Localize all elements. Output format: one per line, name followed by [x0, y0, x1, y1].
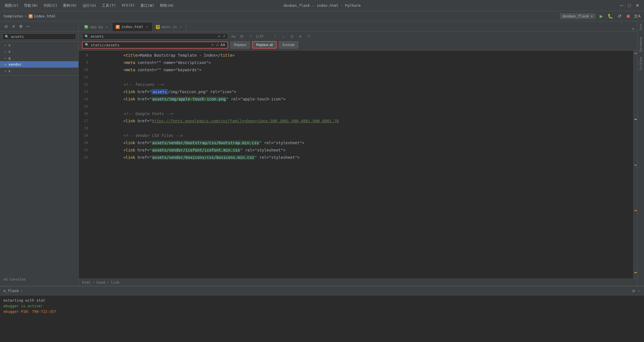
sidebar-search-input[interactable]: [11, 35, 74, 39]
sidebar-file-tree: ▸ s ▸ s ▸ g ▸ vendor ▸ s nd Consoles: [0, 42, 78, 286]
prev-match-button[interactable]: ↑: [272, 33, 278, 40]
clear-find-button[interactable]: ✕: [218, 34, 221, 38]
replace-input[interactable]: [91, 43, 209, 47]
menu-run[interactable]: 运行(U): [83, 3, 96, 8]
tab-indexhtml-close[interactable]: ✕: [145, 25, 149, 29]
replace-button[interactable]: Replace: [230, 41, 250, 49]
line-num-22: 22: [79, 154, 93, 161]
revert-find-button[interactable]: ↺: [222, 34, 226, 38]
folder-icon-3: ▸: [4, 56, 7, 60]
replace-all-button[interactable]: Replace all: [252, 41, 277, 49]
match-case-replace-button[interactable]: AA: [220, 43, 225, 47]
rerun-button[interactable]: ↺: [616, 13, 623, 20]
far-right-json[interactable]: Json: [639, 24, 643, 31]
sidebar-item-3[interactable]: ▸ g: [0, 55, 78, 61]
menu-tools[interactable]: 工具(T): [102, 3, 116, 8]
sidebar-label-2: s: [8, 49, 11, 54]
revert-replace-button[interactable]: ↺: [216, 43, 219, 47]
find-search-icon: 🔍: [85, 35, 89, 38]
breadcrumb-filename: index.html: [34, 14, 56, 18]
next-match-button[interactable]: ↓: [280, 33, 286, 40]
ruler-warn-mark-3: [634, 272, 637, 273]
line-num-17: 17: [79, 117, 93, 125]
sidebar-tool-settings[interactable]: ⚙: [18, 24, 24, 29]
window-controls[interactable]: ─ □ ✕: [619, 3, 640, 8]
terminal-content: estarting with stat ebugger is active! e…: [0, 295, 644, 342]
multiline-button[interactable]: ⊞: [297, 33, 303, 40]
sidebar-tool-close[interactable]: ─: [25, 24, 31, 29]
toggle-view-button[interactable]: ⊡: [289, 33, 295, 40]
menu-view[interactable]: 视图(V): [4, 3, 18, 8]
folder-icon-1: ▸: [4, 43, 7, 47]
folder-icon-2: ▸: [4, 49, 7, 54]
ruler-warn-mark-2: [634, 210, 637, 211]
translate-button[interactable]: 文A: [634, 13, 641, 20]
sidebar-header: ⊙ ≡ ⚙ ─: [0, 21, 78, 32]
tab-apppy[interactable]: Py app.py ✕: [81, 22, 112, 31]
py-icon: Py: [84, 25, 88, 29]
find-input-wrapper: 🔍 ✕ ↺: [82, 33, 228, 40]
bottom-consoles-panel[interactable]: nd Consoles: [0, 276, 29, 283]
sidebar-item-2[interactable]: ▸ s: [0, 48, 78, 55]
breadcrumb: templates > H index.html: [3, 14, 56, 18]
far-right-sciview[interactable]: SciView: [639, 57, 643, 70]
match-case-button[interactable]: Aa: [230, 33, 236, 40]
regex-button[interactable]: .*: [247, 33, 253, 40]
tab-apppy-close[interactable]: ✕: [105, 25, 109, 29]
sidebar-tool-locate[interactable]: ⊙: [3, 24, 9, 29]
tab-indexhtml[interactable]: H index.html ✕: [112, 22, 153, 31]
sidebar-label-5: s: [8, 69, 11, 73]
maximize-button[interactable]: □: [627, 3, 632, 8]
terminal-tab[interactable]: n_flask ✕: [3, 289, 22, 293]
terminal-minimize-button[interactable]: ─: [638, 289, 641, 293]
menu-vcs[interactable]: VCS(S): [122, 3, 135, 8]
title-bar: 视图(V) 导航(N) 代码(C) 重构(R) 运行(U) 工具(T) VCS(…: [0, 0, 644, 11]
folder-icon-5: ▸: [4, 69, 7, 73]
sidebar-item-1[interactable]: ▸ s: [0, 42, 78, 48]
sidebar-tools[interactable]: ⊙ ≡ ⚙ ─: [3, 24, 31, 29]
menu-window[interactable]: 窗口(W): [140, 3, 154, 8]
terminal-settings-button[interactable]: ⚙: [632, 289, 636, 293]
menu-refactor[interactable]: 重构(R): [63, 3, 77, 8]
close-find-replace-button[interactable]: ✕: [632, 27, 635, 31]
close-button[interactable]: ✕: [635, 3, 640, 8]
line-num-8: 8: [79, 52, 93, 59]
tab-mainjs[interactable]: JS main.js ✕: [153, 22, 186, 31]
sidebar-search-wrapper: 🔍: [0, 32, 78, 42]
line-num-18: 18: [79, 125, 93, 132]
menu-nav[interactable]: 导航(N): [24, 3, 38, 8]
line-num-14: 14: [79, 95, 93, 103]
line-num-21: 21: [79, 146, 93, 154]
sidebar-tool-collapse[interactable]: ≡: [11, 24, 16, 29]
whole-word-button[interactable]: W: [239, 33, 245, 40]
run-config-label: douban_flask: [563, 14, 589, 18]
breadcrumb-templates[interactable]: templates: [3, 14, 23, 18]
find-input[interactable]: [90, 34, 216, 38]
line-num-9: 9: [79, 59, 93, 66]
run-button[interactable]: ▶: [598, 13, 605, 20]
minimize-button[interactable]: ─: [619, 3, 624, 8]
sidebar-item-5[interactable]: ▸ s: [0, 68, 78, 74]
line-num-13: 13: [79, 88, 93, 95]
run-config-selector[interactable]: douban_flask ▾: [560, 13, 596, 19]
menu-code[interactable]: 代码(C): [44, 3, 57, 8]
menu-help[interactable]: 帮助(H): [160, 3, 174, 8]
chevron-down-icon: ▾: [591, 14, 593, 18]
stop-button[interactable]: ⏹: [625, 13, 632, 20]
tab-mainjs-label: main.js: [161, 25, 177, 29]
sidebar-item-vendor[interactable]: ▸ vendor: [0, 61, 78, 68]
tab-mainjs-close[interactable]: ✕: [179, 25, 183, 29]
code-line-10: 10 <meta content="" name="keywords">: [79, 66, 633, 74]
terminal-close-icon[interactable]: ✕: [21, 289, 22, 293]
breadcrumb-html: html: [82, 280, 91, 284]
breadcrumb-file[interactable]: H index.html: [29, 14, 56, 18]
filter-button[interactable]: ▽: [306, 33, 312, 40]
ruler-error-mark: [634, 53, 637, 54]
menu-bar[interactable]: 视图(V) 导航(N) 代码(C) 重构(R) 运行(U) 工具(T) VCS(…: [4, 3, 174, 8]
debug-button[interactable]: 🐛: [607, 13, 614, 20]
clear-replace-button[interactable]: ✕: [211, 43, 214, 47]
replace-search-icon: 🔍: [85, 43, 89, 47]
far-right-database[interactable]: Database: [639, 37, 643, 52]
tab-apppy-label: app.py: [90, 25, 103, 29]
exclude-button[interactable]: Exclude: [279, 41, 298, 49]
